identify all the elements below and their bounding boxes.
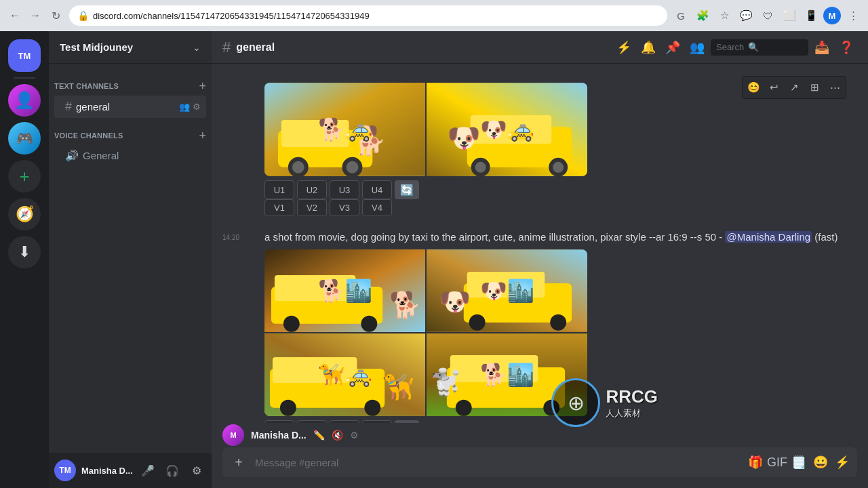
add-server-button[interactable]: + — [8, 160, 41, 192]
svg-point-4 — [292, 161, 304, 174]
server-icon-tm[interactable]: TM — [8, 39, 41, 72]
voice-channel-name: General — [83, 150, 119, 161]
v3-button-1[interactable]: V3 — [330, 199, 359, 216]
extensions-icon[interactable]: 🧩 — [693, 6, 712, 25]
back-button[interactable]: ← — [5, 6, 24, 25]
address-bar[interactable]: 🔒 discord.com/channels/11547147206543319… — [69, 5, 667, 26]
u3-button-1[interactable]: U3 — [330, 180, 359, 199]
sticker-button[interactable]: 🗒️ — [789, 453, 808, 472]
v4-button-1[interactable]: V4 — [362, 199, 392, 216]
message-timestamp-2: 14:20 — [222, 230, 254, 423]
message-body-2: a shot from movie, dog going by taxi to … — [264, 230, 857, 423]
gift-button[interactable]: 🎁 — [746, 453, 765, 472]
more-button[interactable]: ⋯ — [825, 78, 844, 97]
hash-icon: # — [65, 100, 72, 114]
refresh-button[interactable]: ↻ — [46, 6, 65, 25]
svg-point-37 — [456, 400, 472, 416]
server-icon-user2[interactable]: 🎮 — [8, 122, 41, 155]
inbox-button[interactable]: 📥 — [811, 37, 833, 58]
add-voice-channel-button[interactable]: + — [199, 129, 206, 142]
bookmark-icon[interactable]: ☆ — [715, 6, 734, 25]
server-header[interactable]: Test Midjouney ⌄ — [49, 31, 212, 64]
u2-button-1[interactable]: U2 — [297, 180, 327, 199]
image-grid-2: 🐕 — [264, 249, 587, 416]
forward-button[interactable]: ↗ — [785, 78, 804, 97]
svg-text:🐕: 🐕 — [389, 289, 422, 321]
reply-button[interactable]: ↩ — [764, 78, 783, 97]
search-bar[interactable]: Search 🔍 — [711, 39, 808, 56]
grid-image-2-3[interactable]: 🦮 — [264, 333, 425, 416]
bottom-username: Manisha D... — [251, 430, 307, 441]
chat-header: # general ⚡ 🔔 📌 👥 Search 🔍 📥 ❓ — [212, 31, 868, 64]
action-buttons-1: U1 U2 U3 U4 🔄 — [264, 180, 857, 199]
grid-image-1-2[interactable]: 🐶 — [427, 83, 587, 176]
message-input[interactable] — [255, 457, 741, 468]
server-icon-user1[interactable]: 👤 — [8, 84, 41, 117]
settings-button[interactable]: ⚙ — [187, 461, 206, 480]
headset-button[interactable]: 🎧 — [163, 461, 182, 480]
apps-button[interactable]: ⊞ — [805, 78, 824, 97]
v1-button-1[interactable]: V1 — [264, 199, 294, 216]
channel-hash-icon: # — [222, 39, 231, 56]
settings-icon[interactable]: ⚙ — [193, 102, 201, 112]
voice-channel-general[interactable]: 🔊 General — [54, 145, 206, 166]
mic-button[interactable]: 🎤 — [138, 461, 157, 480]
forward-button[interactable]: → — [26, 6, 45, 25]
download-button[interactable]: ⬇ — [8, 236, 41, 268]
members-icon[interactable]: 👥 — [179, 102, 190, 112]
svg-rect-36 — [450, 355, 538, 382]
text-channels-label: TEXT CHANNELS — [54, 82, 119, 90]
attach-button[interactable]: + — [228, 451, 250, 473]
channel-list: TEXT CHANNELS + # general 👥 ⚙ VOICE CHAN… — [49, 64, 212, 453]
help-button[interactable]: ❓ — [835, 37, 857, 58]
image-grid-1: 🐕 — [264, 83, 587, 176]
message-prompt-text: a shot from movie, dog going by taxi to … — [264, 231, 725, 243]
u4-button-1[interactable]: U4 — [362, 180, 392, 199]
refresh-button-1[interactable]: 🔄 — [395, 180, 419, 199]
discord-ext-icon[interactable]: 💬 — [736, 6, 755, 25]
chevron-down-icon: ⌄ — [193, 42, 201, 53]
grid-image-1-1[interactable]: 🐕 — [264, 83, 425, 176]
user-info: Manisha D... — [81, 466, 133, 476]
speaker-icon: 🔊 — [65, 149, 79, 162]
nitro-button[interactable]: ⚡ — [833, 453, 852, 472]
grid-image-2-2[interactable]: 🐶 — [427, 249, 587, 332]
svg-rect-30 — [273, 357, 357, 383]
svg-text:🐩: 🐩 — [430, 367, 462, 398]
mention-tag[interactable]: @Manisha Darling — [725, 231, 812, 243]
svg-rect-10 — [471, 115, 551, 144]
google-icon[interactable]: G — [671, 6, 690, 25]
channel-action-icons: 👥 ⚙ — [179, 102, 201, 112]
svg-point-12 — [475, 162, 486, 173]
voice-channels-category[interactable]: VOICE CHANNELS + — [49, 119, 212, 144]
bottom-avatar: M — [222, 424, 244, 446]
u1-button-1[interactable]: U1 — [264, 180, 294, 199]
v-buttons-1: V1 V2 V3 V4 — [264, 199, 392, 216]
text-channels-category[interactable]: TEXT CHANNELS + — [49, 69, 212, 95]
emoji-react-button[interactable]: 😊 — [744, 78, 763, 97]
menu-icon[interactable]: ⋮ — [844, 6, 863, 25]
svg-text:🦮: 🦮 — [382, 371, 415, 403]
svg-rect-2 — [281, 120, 349, 147]
svg-point-19 — [283, 316, 300, 332]
ext3-icon[interactable]: ⬜ — [780, 6, 799, 25]
add-text-channel-button[interactable]: + — [199, 80, 206, 92]
browser-profile[interactable]: M — [823, 7, 841, 24]
chat-input-area: + 🎁 GIF 🗒️ 😀 ⚡ — [212, 447, 868, 488]
bell-button[interactable]: 🔔 — [637, 37, 659, 58]
grid-image-2-4[interactable]: 🐩 — [427, 333, 587, 416]
grid-image-2-1[interactable]: 🐕 — [264, 249, 425, 332]
channel-sidebar: Test Midjouney ⌄ TEXT CHANNELS + # gener… — [49, 31, 212, 488]
gif-button[interactable]: GIF — [768, 453, 787, 472]
ext2-icon[interactable]: 🛡 — [758, 6, 777, 25]
svg-point-38 — [543, 400, 559, 416]
pin-button[interactable]: 📌 — [662, 37, 684, 58]
explore-servers-button[interactable]: 🧭 — [8, 198, 41, 230]
hash-icon-btn[interactable]: ⚡ — [613, 37, 635, 58]
emoji-button[interactable]: 😀 — [811, 453, 830, 472]
channel-name-general: general — [76, 101, 110, 113]
ext4-icon[interactable]: 📱 — [802, 6, 821, 25]
channel-item-general[interactable]: # general 👥 ⚙ — [54, 96, 206, 118]
members-button[interactable]: 👥 — [686, 37, 708, 58]
v2-button-1[interactable]: V2 — [297, 199, 327, 216]
